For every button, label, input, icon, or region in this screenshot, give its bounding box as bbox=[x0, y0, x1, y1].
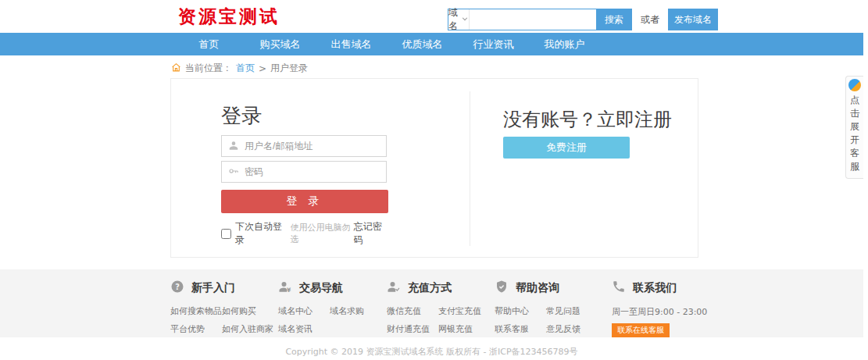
breadcrumb: 当前位置： 首页 > 用户登录 bbox=[171, 62, 308, 75]
footer-link[interactable]: 网银充值 bbox=[438, 323, 487, 335]
footer-col-trade: ¥ 交易导航 域名中心 域名求购 域名资讯 bbox=[278, 280, 378, 335]
user-icon bbox=[228, 139, 239, 154]
or-text: 或者 bbox=[641, 13, 659, 27]
breadcrumb-separator: > bbox=[259, 63, 266, 74]
search-category-select[interactable]: 域名 bbox=[448, 9, 470, 30]
login-title: 登录 bbox=[221, 102, 262, 130]
footer-link[interactable]: 微信充值 bbox=[387, 305, 435, 317]
main-nav: 首页 购买域名 出售域名 优质域名 行业资讯 我的账户 bbox=[0, 33, 863, 55]
contact-online-service-button[interactable]: 联系在线客服 bbox=[612, 323, 670, 337]
footer-link[interactable]: 如何搜索物品 bbox=[170, 305, 219, 317]
password-field-wrap bbox=[221, 161, 387, 183]
footer-link[interactable]: 帮助中心 bbox=[495, 305, 543, 317]
footer-link[interactable]: 意见反馈 bbox=[546, 323, 595, 335]
breadcrumb-home-link[interactable]: 首页 bbox=[236, 62, 255, 75]
breadcrumb-current: 用户登录 bbox=[270, 62, 308, 75]
home-icon bbox=[171, 62, 181, 75]
username-input[interactable] bbox=[245, 141, 386, 151]
service-hours: 周一至周日9:00 - 23:00 bbox=[612, 306, 707, 318]
remember-checkbox[interactable] bbox=[221, 229, 231, 239]
shield-icon bbox=[495, 280, 509, 297]
footer-col-title: 帮助咨询 bbox=[516, 281, 559, 295]
footer-link[interactable]: 平台优势 bbox=[170, 323, 219, 335]
login-card: 登录 登 录 下次自动登录 使用公用电脑勿选 忘记密码 没有账号？立即注册 免费… bbox=[170, 78, 698, 258]
customer-service-widget[interactable]: 点击展开客服 bbox=[845, 76, 863, 179]
footer-link[interactable]: 域名中心 bbox=[278, 305, 327, 317]
vertical-divider bbox=[470, 91, 470, 246]
remember-label: 下次自动登录 bbox=[235, 220, 287, 247]
svg-text:¥: ¥ bbox=[287, 287, 291, 294]
footer-col-title: 联系我们 bbox=[633, 281, 677, 295]
footer: ? 新手入门 如何搜索物品 如何购买 平台优势 如何入驻商家 ¥ 交易导航 域名… bbox=[0, 269, 863, 337]
nav-item-buy-domain[interactable]: 购买域名 bbox=[245, 33, 316, 55]
nav-item-my-account[interactable]: 我的账户 bbox=[529, 33, 600, 55]
footer-link[interactable]: 常见问题 bbox=[546, 305, 595, 317]
footer-col-contact: 联系我们 周一至周日9:00 - 23:00 联系在线客服 bbox=[612, 280, 707, 337]
footer-col-recharge: 充值方式 微信充值 支付宝充值 财付通充值 网银充值 bbox=[387, 280, 487, 335]
nav-item-home[interactable]: 首页 bbox=[173, 33, 245, 55]
nav-item-sell-domain[interactable]: 出售域名 bbox=[316, 33, 387, 55]
search-button[interactable]: 搜索 bbox=[596, 9, 632, 30]
copyright-text: Copyright © 2019 资源宝测试域名系统 版权所有 - 浙ICP备1… bbox=[0, 346, 863, 358]
chevron-down-icon bbox=[461, 14, 469, 25]
footer-link[interactable] bbox=[330, 323, 378, 335]
domain-search-bar: 域名 搜索 或者 发布域名 bbox=[448, 9, 718, 30]
customer-service-icon bbox=[848, 79, 861, 91]
question-circle-icon: ? bbox=[170, 280, 184, 297]
login-options-row: 下次自动登录 使用公用电脑勿选 忘记密码 bbox=[221, 220, 388, 247]
customer-service-label: 点击展开客服 bbox=[850, 94, 860, 173]
nav-item-industry-news[interactable]: 行业资讯 bbox=[458, 33, 529, 55]
free-register-button[interactable]: 免费注册 bbox=[503, 137, 630, 159]
footer-link[interactable]: 财付通充值 bbox=[387, 323, 435, 335]
footer-col-title: 新手入门 bbox=[191, 281, 235, 295]
footer-link[interactable]: 联系客服 bbox=[495, 323, 543, 335]
nav-item-premium-domain[interactable]: 优质域名 bbox=[387, 33, 458, 55]
login-submit-button[interactable]: 登 录 bbox=[221, 190, 388, 213]
footer-link[interactable]: 支付宝充值 bbox=[438, 305, 487, 317]
footer-col-title: 交易导航 bbox=[299, 281, 343, 295]
password-input[interactable] bbox=[245, 166, 386, 177]
svg-text:?: ? bbox=[175, 283, 180, 291]
footer-link[interactable]: 域名求购 bbox=[330, 305, 378, 317]
site-logo[interactable]: 资源宝测试 bbox=[178, 5, 280, 29]
search-input[interactable] bbox=[470, 9, 600, 30]
remember-hint: 使用公用电脑勿选 bbox=[290, 222, 353, 245]
search-category-label: 域名 bbox=[448, 6, 458, 33]
publish-domain-button[interactable]: 发布域名 bbox=[668, 9, 718, 30]
user-recharge-icon bbox=[387, 280, 401, 297]
breadcrumb-label: 当前位置： bbox=[185, 62, 232, 75]
user-yen-icon: ¥ bbox=[278, 280, 292, 297]
footer-col-help: 帮助咨询 帮助中心 常见问题 联系客服 意见反馈 bbox=[495, 280, 595, 335]
register-title: 没有账号？立即注册 bbox=[503, 107, 672, 132]
phone-icon bbox=[612, 280, 626, 297]
footer-col-beginner: ? 新手入门 如何搜索物品 如何购买 平台优势 如何入驻商家 bbox=[170, 280, 270, 335]
footer-link[interactable]: 如何入驻商家 bbox=[222, 323, 270, 335]
footer-col-title: 充值方式 bbox=[408, 281, 452, 295]
search-box: 域名 bbox=[448, 9, 596, 30]
key-icon bbox=[228, 165, 239, 180]
username-field-wrap bbox=[221, 135, 387, 157]
footer-link[interactable]: 如何购买 bbox=[222, 305, 270, 317]
forgot-password-link[interactable]: 忘记密码 bbox=[354, 220, 388, 247]
footer-link[interactable]: 域名资讯 bbox=[278, 323, 327, 335]
